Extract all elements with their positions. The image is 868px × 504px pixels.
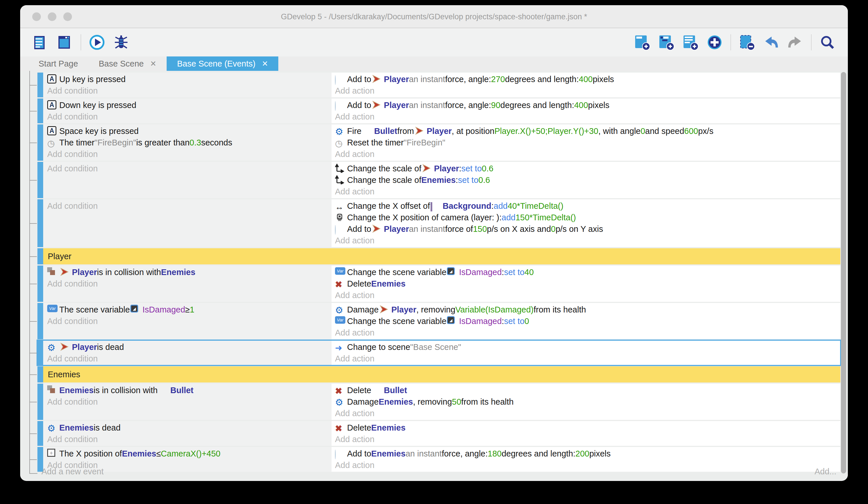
scrollbar[interactable] — [841, 72, 847, 477]
group-label[interactable]: Player — [43, 248, 840, 264]
event-row[interactable]: ⚙Enemies is deadAdd condition ✖Delete En… — [38, 421, 840, 446]
conditions-cell[interactable]: Add condition — [43, 199, 332, 247]
action-line[interactable]: Add to Enemies an instant force, angle: … — [335, 448, 838, 460]
project-manager-icon[interactable] — [32, 34, 49, 51]
add-subevent-icon[interactable] — [658, 34, 675, 51]
add-event-icon[interactable] — [634, 34, 650, 51]
condition-line[interactable]: Player is in collision with Enemies — [47, 266, 329, 278]
event-row[interactable]: ADown key is pressedAdd condition Add to… — [38, 99, 840, 123]
actions-cell[interactable]: ✖Delete EnemiesAdd action — [332, 421, 840, 446]
add-action-button[interactable]: Add action — [335, 85, 838, 97]
tab-start-page[interactable]: Start Page — [28, 57, 89, 71]
actions-cell[interactable]: Change the scale of Player: set to 0.6Ch… — [332, 162, 840, 198]
action-line[interactable]: ⚙Fire Bullet from Player, at position Pl… — [335, 125, 838, 137]
conditions-cell[interactable]: VarThe scene variable ◢IsDamaged ≥ 1Add … — [43, 303, 332, 339]
action-line[interactable]: Change the scale of Enemies: set to 0.6 — [335, 174, 838, 186]
action-line[interactable]: ↔Change the X offset of Background: add … — [335, 200, 838, 212]
add-action-button[interactable]: Add action — [335, 290, 838, 301]
add-action-button[interactable]: Add action — [335, 353, 838, 364]
add-condition-button[interactable]: Add condition — [47, 353, 329, 364]
condition-line[interactable]: AUp key is pressed — [47, 73, 329, 85]
actions-cell[interactable]: ➜Change to scene "Base Scene"Add action — [332, 340, 840, 365]
actions-cell[interactable]: Add to Player an instant force, angle: 9… — [332, 99, 840, 123]
tab-base-scene-events[interactable]: Base Scene (Events) ✕ — [167, 57, 278, 71]
actions-cell[interactable]: ✖Delete Bullet⚙Damage Enemies, removing … — [332, 384, 840, 420]
action-line[interactable]: Add to Player an instant force, angle: 2… — [335, 73, 838, 85]
condition-line[interactable]: ASpace key is pressed — [47, 125, 329, 137]
add-action-button[interactable]: Add action — [335, 186, 838, 197]
condition-line[interactable]: ◷The timer "FireBegin" is greater than 0… — [47, 137, 329, 148]
action-line[interactable]: ⚙Damage Player, removing Variable(IsDama… — [335, 304, 838, 315]
add-condition-button[interactable]: Add condition — [47, 163, 329, 174]
add-condition-button[interactable]: Add condition — [47, 111, 329, 122]
add-more-button[interactable]: Add... — [815, 467, 836, 476]
actions-cell[interactable]: VarChange the scene variable ◢IsDamaged:… — [332, 265, 840, 302]
action-line[interactable]: Add to Player an instant force, angle: 9… — [335, 99, 838, 111]
condition-line[interactable]: VarThe scene variable ◢IsDamaged ≥ 1 — [47, 304, 329, 315]
condition-line[interactable]: Enemies is in collision with Bullet — [47, 384, 329, 396]
add-action-button[interactable]: Add action — [335, 433, 838, 445]
conditions-cell[interactable]: Add condition — [43, 162, 332, 198]
redo-icon[interactable] — [787, 34, 804, 51]
group-row[interactable]: Enemies — [38, 366, 840, 382]
add-condition-button[interactable]: Add condition — [47, 396, 329, 407]
tab-base-scene[interactable]: Base Scene ✕ — [89, 57, 167, 71]
conditions-cell[interactable]: Enemies is in collision with BulletAdd c… — [43, 384, 332, 420]
add-condition-button[interactable]: Add condition — [47, 148, 329, 160]
undo-icon[interactable] — [763, 34, 779, 51]
condition-line[interactable]: ADown key is pressed — [47, 99, 329, 111]
close-window-button[interactable] — [32, 12, 41, 21]
close-tab-icon[interactable]: ✕ — [262, 59, 268, 68]
scrollbar-thumb[interactable] — [841, 72, 846, 473]
close-tab-icon[interactable]: ✕ — [150, 59, 156, 68]
actions-cell[interactable]: Add to Player an instant force, angle: 2… — [332, 73, 840, 97]
action-line[interactable]: ✖Delete Enemies — [335, 422, 838, 433]
action-line[interactable]: ◷Reset the timer "FireBegin" — [335, 137, 838, 148]
conditions-cell[interactable]: ⚙Player is deadAdd condition — [43, 340, 332, 365]
action-line[interactable]: ⚙Damage Enemies, removing 50 from its he… — [335, 396, 838, 407]
add-action-button[interactable]: Add action — [335, 111, 838, 122]
search-icon[interactable] — [819, 34, 836, 51]
action-line[interactable]: ✖Delete Enemies — [335, 278, 838, 290]
zoom-window-button[interactable] — [63, 12, 72, 21]
action-line[interactable]: Change the X position of camera (layer: … — [335, 212, 838, 223]
conditions-cell[interactable]: ADown key is pressedAdd condition — [43, 99, 332, 123]
event-row[interactable]: Add condition Change the scale of Player… — [38, 162, 840, 198]
actions-cell[interactable]: ↔Change the X offset of Background: add … — [332, 199, 840, 247]
add-condition-button[interactable]: Add condition — [47, 315, 329, 327]
event-row[interactable]: Enemies is in collision with BulletAdd c… — [38, 384, 840, 420]
play-icon[interactable] — [89, 34, 105, 51]
action-line[interactable]: Add to Player an instant force of 150 p/… — [335, 223, 838, 235]
action-line[interactable]: VarChange the scene variable ◢IsDamaged:… — [335, 266, 838, 278]
add-circle-icon[interactable] — [706, 34, 723, 51]
conditions-cell[interactable]: Player is in collision with EnemiesAdd c… — [43, 265, 332, 302]
event-row[interactable]: AUp key is pressedAdd condition Add to P… — [38, 73, 840, 97]
condition-line[interactable]: ⚙Enemies is dead — [47, 422, 329, 433]
conditions-cell[interactable]: ⚙Enemies is deadAdd condition — [43, 421, 332, 446]
condition-line[interactable]: ⚙Player is dead — [47, 341, 329, 353]
event-row[interactable]: ⚙Player is deadAdd condition ➜Change to … — [38, 340, 840, 365]
group-row[interactable]: Player — [38, 248, 840, 264]
action-line[interactable]: VarChange the scene variable ◢IsDamaged:… — [335, 315, 838, 327]
conditions-cell[interactable]: ASpace key is pressed◷The timer "FireBeg… — [43, 124, 332, 161]
add-comment-icon[interactable] — [682, 34, 699, 51]
add-condition-button[interactable]: Add condition — [47, 433, 329, 445]
group-label[interactable]: Enemies — [43, 366, 840, 382]
add-action-button[interactable]: Add action — [335, 327, 838, 339]
add-condition-button[interactable]: Add condition — [47, 278, 329, 290]
event-row[interactable]: ASpace key is pressed◷The timer "FireBeg… — [38, 124, 840, 161]
add-action-button[interactable]: Add action — [335, 235, 838, 246]
scene-editor-icon[interactable] — [56, 34, 73, 51]
action-line[interactable]: ✖Delete Bullet — [335, 384, 838, 396]
event-row[interactable]: Add condition ↔Change the X offset of Ba… — [38, 199, 840, 247]
event-row[interactable]: VarThe scene variable ◢IsDamaged ≥ 1Add … — [38, 303, 840, 339]
actions-cell[interactable]: ⚙Fire Bullet from Player, at position Pl… — [332, 124, 840, 161]
add-new-event-button[interactable]: Add a new event — [38, 467, 104, 476]
minimize-window-button[interactable] — [48, 12, 56, 21]
add-action-button[interactable]: Add action — [335, 148, 838, 160]
add-condition-button[interactable]: Add condition — [47, 200, 329, 212]
condition-line[interactable]: ＋The X position of Enemies ≤ CameraX()+4… — [47, 448, 329, 460]
actions-cell[interactable]: ⚙Damage Player, removing Variable(IsDama… — [332, 303, 840, 339]
action-line[interactable]: Change the scale of Player: set to 0.6 — [335, 163, 838, 174]
remove-event-icon[interactable] — [738, 34, 755, 51]
